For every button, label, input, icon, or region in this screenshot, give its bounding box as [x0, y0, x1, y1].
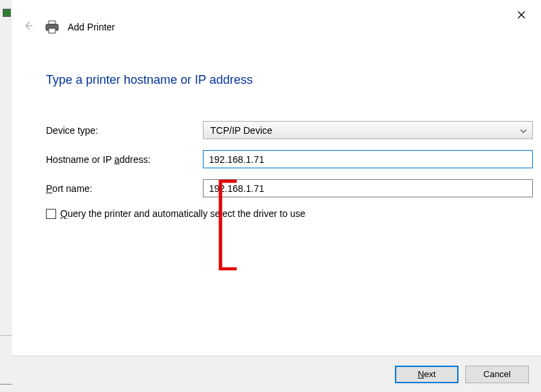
dialog-content: Type a printer hostname or IP address De… [46, 73, 533, 219]
add-printer-dialog: Add Printer Type a printer hostname or I… [12, 0, 541, 392]
svg-rect-3 [49, 21, 55, 24]
dialog-title: Add Printer [68, 22, 115, 32]
query-driver-checkbox[interactable] [46, 209, 56, 219]
port-name-row: Port name: [46, 179, 533, 197]
page-title: Type a printer hostname or IP address [46, 73, 533, 87]
port-name-input[interactable] [203, 179, 533, 197]
background-accent-icon [3, 9, 11, 17]
hostname-row: Hostname or IP address: [46, 150, 533, 168]
query-driver-label[interactable]: Query the printer and automatically sele… [60, 208, 306, 219]
background-strip [0, 0, 12, 392]
svg-rect-5 [49, 28, 55, 33]
next-button[interactable]: Next [395, 366, 458, 383]
dialog-header: Add Printer [20, 19, 115, 35]
hostname-input[interactable] [203, 150, 533, 168]
device-type-value: TCP/IP Device [210, 125, 273, 136]
close-icon [517, 9, 525, 21]
close-button[interactable] [511, 7, 532, 23]
dialog-footer: Next Cancel [12, 356, 541, 392]
query-driver-row: Query the printer and automatically sele… [46, 208, 533, 219]
svg-point-6 [55, 26, 57, 27]
port-name-label: Port name: [46, 183, 203, 194]
back-arrow-icon [22, 20, 34, 35]
printer-icon [45, 20, 60, 34]
cancel-button[interactable]: Cancel [465, 366, 529, 383]
device-type-row: Device type: TCP/IP Device [46, 121, 533, 139]
hostname-label: Hostname or IP address: [46, 154, 203, 165]
chevron-down-icon [520, 126, 527, 134]
back-button[interactable] [20, 19, 37, 35]
device-type-dropdown[interactable]: TCP/IP Device [203, 121, 533, 139]
device-type-label: Device type: [46, 125, 203, 136]
